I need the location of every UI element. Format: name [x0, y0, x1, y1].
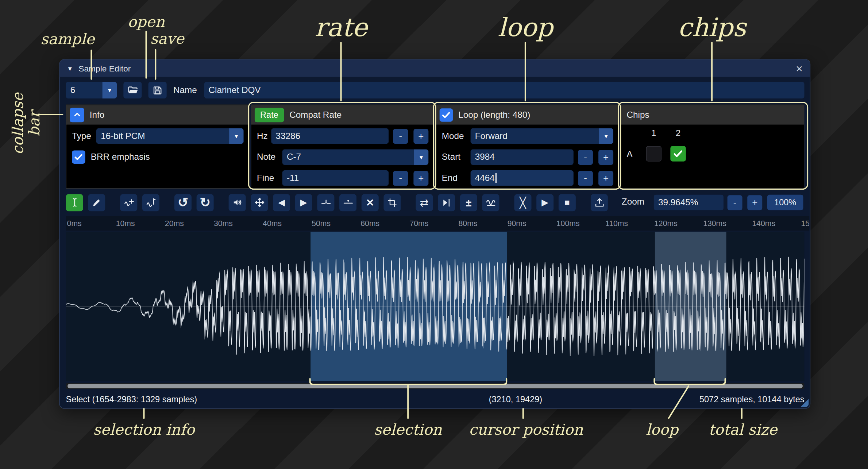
zoom-input[interactable]: 39.9645%	[654, 195, 724, 210]
fade-out-button[interactable]: ▶	[295, 194, 312, 211]
window-collapse-icon[interactable]: ▼	[67, 65, 73, 71]
fine-decrease-button[interactable]: -	[393, 171, 408, 186]
name-input[interactable]: Clarinet DQV	[204, 82, 804, 98]
ruler-label: 90ms	[508, 219, 526, 228]
annotation-loop-label: loop	[481, 13, 570, 41]
note-label: Note	[257, 152, 282, 162]
scrollbar-thumb[interactable]	[67, 384, 803, 388]
loop-end-increase-button[interactable]: +	[598, 171, 613, 186]
upload-icon	[594, 197, 605, 208]
fine-value: -11	[287, 173, 299, 183]
close-icon[interactable]: ×	[796, 62, 803, 74]
invert-button[interactable]	[438, 194, 455, 211]
chip-row-a-label: A	[626, 149, 632, 159]
trim-button[interactable]	[383, 194, 401, 211]
open-button[interactable]	[123, 82, 142, 98]
hz-input[interactable]: 33286	[271, 128, 389, 144]
brr-emphasis-label: BRR emphasis	[91, 152, 150, 162]
loop-end-input[interactable]: 4464	[471, 170, 574, 186]
fine-label: Fine	[257, 173, 282, 183]
resample-button[interactable]	[142, 194, 159, 211]
note-value: C-7	[287, 152, 414, 162]
ruler-label: 80ms	[459, 219, 478, 228]
filter-wave-icon	[485, 197, 496, 208]
draw-tool-button[interactable]	[88, 194, 105, 211]
check-icon	[672, 148, 683, 159]
stop-preview-button[interactable]: ■	[559, 194, 576, 211]
zoom-reset-button[interactable]: 100%	[767, 195, 803, 210]
hz-label: Hz	[257, 131, 271, 141]
loop-panel-title: Loop (length: 480)	[458, 110, 530, 120]
fade-in-icon: ◀	[278, 198, 285, 207]
normalize-button[interactable]	[251, 194, 268, 211]
loop-end-decrease-button[interactable]: -	[578, 171, 593, 186]
chevron-down-icon: ▼	[414, 149, 428, 164]
sign-invert-button[interactable]: ±	[460, 194, 477, 211]
loop-mode-value: Forward	[475, 131, 599, 141]
undo-button[interactable]: ↺	[174, 194, 192, 211]
waveform-canvas[interactable]	[66, 232, 805, 381]
wave-resize-icon	[123, 197, 134, 208]
loop-panel: Loop (length: 480) Mode Forward ▼ Start …	[436, 105, 620, 189]
waveform-scrollbar[interactable]	[66, 383, 805, 389]
collapse-info-button[interactable]	[70, 108, 84, 122]
waveform-display[interactable]	[66, 232, 805, 381]
rate-button[interactable]: Rate	[255, 108, 284, 122]
ruler-label: 130ms	[703, 219, 726, 228]
loop-end-label: End	[442, 173, 471, 183]
note-select[interactable]: C-7 ▼	[282, 149, 429, 164]
chip-a-2-checkbox[interactable]	[670, 146, 686, 161]
filter-button[interactable]	[482, 194, 499, 211]
brr-emphasis-checkbox[interactable]	[72, 150, 85, 163]
chips-panel-header: Chips	[621, 105, 804, 125]
fade-out-icon: ▶	[300, 198, 307, 207]
select-tool-button[interactable]	[66, 194, 83, 211]
chips-panel: Chips 1 2 A	[621, 105, 805, 189]
timeline-ruler: 0ms10ms20ms30ms40ms50ms60ms70ms80ms90ms1…	[66, 216, 810, 230]
loop-start-input[interactable]: 3984	[471, 149, 574, 164]
window-title: Sample Editor	[78, 63, 131, 73]
redo-button[interactable]: ↻	[197, 194, 214, 211]
sample-selector[interactable]: 6 ▼	[66, 82, 117, 98]
reverse-button[interactable]: ⇄	[416, 194, 433, 211]
hz-increase-button[interactable]: +	[413, 129, 428, 144]
fade-in-button[interactable]: ◀	[273, 194, 290, 211]
fine-increase-button[interactable]: +	[413, 171, 428, 186]
loop-mode-select[interactable]: Forward ▼	[471, 128, 613, 144]
titlebar[interactable]: ▼ Sample Editor ×	[60, 60, 810, 77]
insert-silence-icon	[320, 197, 331, 208]
loop-start-increase-button[interactable]: +	[598, 150, 613, 164]
ruler-label: 60ms	[360, 219, 379, 228]
save-button[interactable]	[148, 82, 167, 98]
chips-panel-body: 1 2 A	[621, 125, 804, 188]
zoom-in-button[interactable]: +	[747, 195, 762, 210]
sample-type-select[interactable]: 16-bit PCM ▼	[96, 128, 244, 144]
annotation-loop-bottom-label: loop	[629, 422, 695, 438]
insert-silence-button[interactable]	[317, 194, 334, 211]
type-label: Type	[72, 131, 96, 141]
resize-button[interactable]	[120, 194, 137, 211]
chip-a-1-checkbox[interactable]	[646, 146, 661, 161]
apply-silence-button[interactable]	[339, 194, 356, 211]
preview-button[interactable]: ▶	[536, 194, 553, 211]
ruler-label: 30ms	[214, 219, 233, 228]
annotation-selection-info-label: selection info	[83, 422, 205, 438]
ruler-label: 50ms	[312, 219, 331, 228]
make-instrument-button[interactable]	[591, 194, 608, 211]
fine-input[interactable]: -11	[282, 170, 389, 186]
zoom-out-button[interactable]: -	[728, 195, 742, 210]
redo-icon: ↻	[200, 196, 211, 209]
delete-button[interactable]: ×	[362, 194, 379, 211]
resize-grip[interactable]	[801, 399, 809, 407]
hz-decrease-button[interactable]: -	[393, 129, 408, 144]
rate-panel-header: Rate Compat Rate	[251, 105, 434, 125]
crossfade-button[interactable]: ╳	[514, 194, 531, 211]
chevron-up-icon	[72, 110, 82, 120]
info-panel: Info Type 16-bit PCM ▼ BRR emphasis	[66, 105, 250, 189]
loop-enable-checkbox[interactable]	[440, 108, 453, 121]
amplify-button[interactable]	[229, 194, 246, 211]
play-icon: ▶	[541, 198, 548, 207]
chevron-down-icon: ▼	[599, 128, 613, 144]
rate-panel-body: Hz 33286 - + Note C-7 ▼ Fine	[251, 125, 434, 188]
loop-start-decrease-button[interactable]: -	[578, 150, 593, 164]
